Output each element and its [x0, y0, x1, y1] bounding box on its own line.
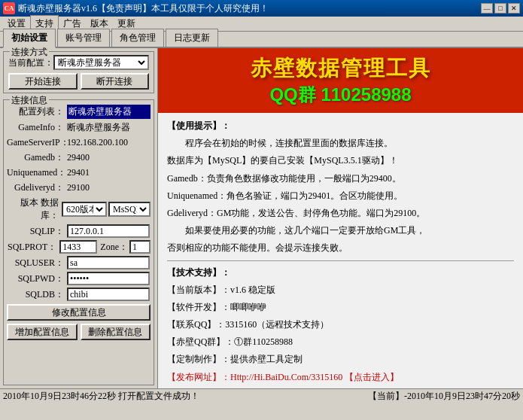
- start-connect-button[interactable]: 开始连接: [8, 73, 78, 90]
- version-select[interactable]: 620版本: [62, 202, 107, 217]
- tech-support: 【技术支持】：: [167, 266, 514, 280]
- banner-title: 赤壁数据管理工具: [251, 54, 431, 83]
- gamedb-value: 29400: [67, 152, 151, 163]
- para1: 程序会在初始的时候，连接配置里面的数据库连接。: [167, 136, 514, 151]
- sqluser-row: SQLUSER：: [7, 256, 151, 269]
- conn-info-title: 连接信息: [10, 94, 49, 107]
- sqldb-label: SQLDB：: [7, 288, 67, 301]
- gdeliveryd-label: Gdeliveryd：: [7, 181, 67, 194]
- divider: [167, 260, 514, 261]
- minimize-button[interactable]: —: [481, 3, 493, 14]
- uniquenamed-row: Uniquenamed： 29401: [7, 166, 151, 179]
- right-panel: 赤壁数据管理工具 QQ群 110258988 【使用提示】： 程序会在初始的时候…: [158, 48, 523, 388]
- sqlprot-input[interactable]: [59, 240, 97, 254]
- add-delete-buttons: 增加配置信息 删除配置信息: [7, 324, 151, 340]
- status-left: 2010年10月9日23时46分22秒 打开配置文件成功！: [3, 390, 362, 403]
- title-bar: CA 断魂赤壁服务器v1.6【免责声明】本工具仅限于个人研究使用！ — □ ✕: [0, 0, 523, 17]
- para5: Gdeliveryd：GM功能，发送公告、封停角色功能。端口为29100。: [167, 206, 514, 221]
- tab-log-update[interactable]: 日志更新: [166, 29, 218, 47]
- qq-group-line: 【赤壁QQ群】：①群110258988: [167, 335, 514, 349]
- tab-bar: 初始设置 账号管理 角色管理 日志更新: [0, 32, 523, 48]
- gdeliveryd-value: 29100: [67, 182, 151, 193]
- uniquenamed-value: 29401: [67, 167, 151, 178]
- db-select[interactable]: MsSQL库: [108, 202, 151, 217]
- gameinfo-value: 断魂赤壁服务器: [67, 121, 151, 134]
- app-icon: CA: [3, 2, 15, 14]
- title-bar-left: CA 断魂赤壁服务器v1.6【免责声明】本工具仅限于个人研究使用！: [3, 2, 269, 15]
- config-select[interactable]: 断魂赤壁服务器: [53, 55, 149, 70]
- sqldb-row: SQLDB：: [7, 288, 151, 301]
- add-config-button[interactable]: 增加配置信息: [7, 324, 78, 340]
- version-db-label: 版本 数据库：: [7, 196, 62, 222]
- disconnect-button[interactable]: 断开连接: [81, 73, 150, 90]
- tab-role-manage[interactable]: 角色管理: [111, 29, 164, 47]
- custom-line: 【定制制作】：提供赤壁工具定制: [167, 352, 514, 367]
- banner-qq: QQ群 110258988: [269, 83, 411, 107]
- gameserverip-value: 192.168.200.100: [67, 137, 151, 148]
- uniquenamed-label: Uniquenamed：: [7, 166, 67, 179]
- window-title: 断魂赤壁服务器v1.6【免责声明】本工具仅限于个人研究使用！: [18, 2, 269, 15]
- sqlpwd-row: SQLPWD：: [7, 272, 151, 285]
- main-content: 连接方式 当前配置： 断魂赤壁服务器 开始连接 断开连接 连接信息 配置列表： …: [0, 48, 523, 388]
- sqlpwd-label: SQLPWD：: [7, 272, 67, 285]
- version-db-row: 版本 数据库： 620版本 MsSQL库: [7, 196, 151, 222]
- para3: Gamedb：负责角色数据修改功能使用，一般端口为29400。: [167, 172, 514, 186]
- zone-input[interactable]: [129, 240, 151, 254]
- gamedb-row: Gamedb： 29400: [7, 151, 151, 164]
- gameserverip-row: GameServerIP： 192.168.200.100: [7, 136, 151, 149]
- sqlip-row: SQLIP：: [7, 224, 151, 238]
- banner: 赤壁数据管理工具 QQ群 110258988: [158, 48, 523, 113]
- title-buttons: — □ ✕: [481, 3, 520, 14]
- maximize-button[interactable]: □: [494, 3, 506, 14]
- para7: 否则相应的功能不能使用。会提示连接失败。: [167, 241, 514, 255]
- sqldb-input[interactable]: [67, 288, 150, 301]
- gamedb-label: Gamedb：: [7, 151, 67, 164]
- zone-label: Zone：: [100, 241, 128, 254]
- usage-tip: 【使用提示】：: [167, 119, 514, 133]
- status-right: 【当前】-2010年10月9日23时47分20秒: [368, 390, 520, 403]
- status-bar: 2010年10月9日23时46分22秒 打开配置文件成功！ 【当前】-2010年…: [0, 388, 523, 403]
- delete-config-button[interactable]: 删除配置信息: [81, 324, 151, 340]
- gdeliveryd-row: Gdeliveryd： 29100: [7, 181, 151, 194]
- website-line[interactable]: 【发布网址】：Http://Hi.BaiDu.Com/3315160 【点击进入…: [167, 370, 514, 385]
- config-list-value: 断魂赤壁服务器: [67, 105, 151, 119]
- modify-config-button[interactable]: 修改配置信息: [7, 304, 151, 321]
- gameinfo-label: GameInfo：: [7, 121, 67, 134]
- developer-line: 【软件开发】：唧唧咿咿: [167, 300, 514, 315]
- sqlpwd-input[interactable]: [67, 272, 150, 285]
- left-panel: 连接方式 当前配置： 断魂赤壁服务器 开始连接 断开连接 连接信息 配置列表： …: [0, 48, 158, 388]
- connection-group: 连接方式 当前配置： 断魂赤壁服务器 开始连接 断开连接: [3, 51, 154, 93]
- bottom-buttons: 修改配置信息 增加配置信息 删除配置信息: [7, 304, 151, 340]
- sqluser-label: SQLUSER：: [7, 257, 67, 269]
- right-content: 【使用提示】： 程序会在初始的时候，连接配置里面的数据库连接。 数据库为【MyS…: [158, 113, 523, 388]
- para6: 如果要使用必要的功能，这几个端口一定要开放给GM工具，: [167, 224, 514, 238]
- para4: Uniquenamed：角色名验证，端口为29401。合区功能使用。: [167, 189, 514, 203]
- gameinfo-row: GameInfo： 断魂赤壁服务器: [7, 121, 151, 134]
- sqlprot-row: SQLPROT： Zone：: [7, 240, 151, 254]
- connection-group-title: 连接方式: [10, 46, 49, 59]
- tab-account-manage[interactable]: 账号管理: [57, 29, 110, 47]
- version-line: 【当前版本】：v1.6 稳定版: [167, 283, 514, 297]
- qq1-line: 【联系QQ】：3315160（远程技术支持）: [167, 318, 514, 332]
- gameserverip-label: GameServerIP：: [7, 136, 67, 149]
- connect-buttons: 开始连接 断开连接: [8, 73, 149, 90]
- para2: 数据库为【MySQL】的要自己安装【MySQL3.5.1驱动】！: [167, 154, 514, 168]
- sqlip-input[interactable]: [67, 224, 150, 238]
- sqlip-label: SQLIP：: [7, 225, 67, 238]
- close-button[interactable]: ✕: [508, 3, 520, 14]
- sqlprot-label: SQLPROT：: [7, 241, 59, 254]
- sqluser-input[interactable]: [67, 256, 150, 269]
- connection-info-group: 连接信息 配置列表： 断魂赤壁服务器 GameInfo： 断魂赤壁服务器 Gam…: [3, 99, 154, 385]
- config-list-label: 配置列表：: [7, 105, 67, 118]
